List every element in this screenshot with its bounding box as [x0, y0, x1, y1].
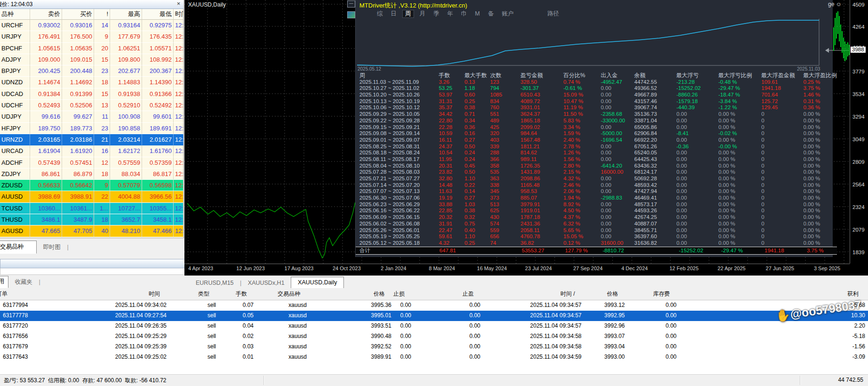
cell-bid: 2.03165: [30, 134, 62, 145]
navigator-panel: × 用 收藏夹 |: [0, 257, 215, 288]
symbol-row-ADJPY[interactable]: ADJPY109.000109.01515109.800108.99212:04…: [0, 54, 183, 65]
close-icon[interactable]: ×: [175, 0, 182, 8]
tab-favorites[interactable]: 收藏夹: [10, 277, 37, 287]
symbol-row-URCHF[interactable]: URCHF0.930020.93016140.931640.9297512:04…: [0, 20, 183, 31]
column-header-low[interactable]: 最低: [142, 9, 174, 20]
order-cell-lots: 0.07: [219, 300, 256, 311]
order-cell-sl: 0.00: [394, 352, 414, 362]
time-tick: 27 Sep 2024: [573, 265, 602, 271]
chart-tab-xauusdx[interactable]: XAUUSDx,H1: [243, 277, 289, 289]
orders-header-type[interactable]: 类型: [163, 288, 212, 300]
market-watch-body: URCHF0.930020.93016140.931640.9297512:04…: [0, 20, 183, 237]
order-row-63177656[interactable]: 631776562025.11.04 09:25:29sell0.02xauus…: [0, 331, 868, 342]
cell-ask: 0.93016: [62, 20, 94, 31]
symbol-row-ZDJPY[interactable]: ZDJPY86.86186.8791888.03486.81712:04...: [0, 169, 183, 180]
order-cell-symbol: xauusd: [256, 311, 310, 321]
order-row-63177720[interactable]: 631777202025.11.04 09:26:35sell0.04xauus…: [0, 321, 868, 331]
time-tick: 12 Jun 2023: [236, 265, 265, 271]
cell-bid: 86.861: [30, 169, 62, 180]
orders-header-open-price[interactable]: 价格: [303, 288, 388, 300]
order-row-63177643[interactable]: 631776432025.11.04 09:25:02sell0.01xauus…: [0, 352, 868, 362]
cell-symbol: TCUSD: [0, 203, 30, 214]
cell-low: 0.56598: [142, 180, 174, 191]
cell-time: 12:04...: [174, 100, 183, 111]
chart-tab-xauusd-daily[interactable]: XAUUSD,Daily: [291, 277, 344, 289]
price-axis[interactable]: 4509426440243779353432943049280925642324…: [850, 0, 868, 264]
symbol-row-UDCHF[interactable]: UDCHF0.524930.52506130.529100.5249212:04…: [0, 100, 183, 111]
orders-header-tp[interactable]: 止盈: [407, 288, 477, 300]
order-row-63177994[interactable]: 631779942025.11.04 09:34:02sell0.07xauus…: [0, 300, 868, 311]
symbol-row-HFJPY[interactable]: HFJPY189.750189.77323190.858189.69112:04…: [0, 123, 183, 134]
order-cell-lots: 0.05: [219, 311, 256, 321]
symbol-row-ADCHF[interactable]: ADCHF0.574390.57451120.575590.5735912:04…: [0, 157, 183, 169]
column-header-time[interactable]: 时间: [174, 9, 183, 20]
order-cell-order: 63177994: [0, 300, 112, 311]
symbol-row-URCAD[interactable]: URCAD1.619041.61920161.621721.6176012:04…: [0, 145, 183, 157]
symbol-row-UDJPY[interactable]: UDJPY99.61699.62711100.90899.60112:04...: [0, 111, 183, 122]
cell-high: 109.800: [110, 54, 142, 65]
cell-spread: 14: [94, 20, 110, 31]
cell-time: 12:04...: [174, 134, 183, 145]
cell-spread: 18: [94, 169, 110, 180]
price-tick-3779: 3779: [852, 69, 865, 74]
order-cell-open-time: 2025.11.04 09:27:54: [112, 311, 169, 321]
orders-header-sl[interactable]: 止损: [388, 288, 407, 300]
column-header-ask[interactable]: 买价: [62, 9, 94, 20]
time-tick: 4 Dec 2024: [621, 265, 648, 271]
order-cell-type: sell: [169, 311, 219, 321]
cell-spread: 1...: [94, 203, 110, 214]
cell-ask: 1.05635: [62, 43, 94, 54]
order-cell-sl: 0.00: [394, 311, 414, 321]
status-bar: 盈/亏: 53 553.27 信用额: 0.00 存款: 47 600.00 取…: [0, 374, 868, 386]
column-header-symbol[interactable]: 品种: [0, 9, 30, 20]
cell-high: 1.14883: [110, 77, 142, 88]
order-row-63177679[interactable]: 631776792025.11.04 09:25:39sell0.03xauus…: [0, 342, 868, 352]
cell-high: 4004.88: [110, 191, 142, 202]
cell-bid: 47.665: [30, 225, 62, 237]
cell-low: 0.92975: [142, 20, 174, 31]
cell-high: 1.62172: [110, 145, 142, 157]
order-cell-close-price: 3993.07: [584, 331, 628, 342]
symbol-row-TCUSD[interactable]: TCUSD10360...10361...1...10727...10355..…: [0, 203, 183, 214]
symbol-row-AGUSD[interactable]: AGUSD47.66547.7054048.21047.46612:04...: [0, 225, 183, 237]
orders-header-close-price[interactable]: 价格: [578, 288, 621, 300]
symbol-row-THUSD[interactable]: THUSD3486.13487.9183652.73458.112:04...: [0, 214, 183, 225]
order-cell-swap: 0.00: [628, 321, 679, 331]
tab-common[interactable]: 用: [0, 276, 8, 288]
status-divider: [263, 376, 264, 385]
column-header-high[interactable]: 最高: [110, 9, 142, 20]
orders-header-symbol[interactable]: 交易品种: [250, 288, 303, 300]
tab-symbols[interactable]: 交易品种: [0, 241, 37, 254]
cell-time: 12:04...: [174, 31, 183, 42]
order-cell-symbol: xauusd: [256, 321, 310, 331]
symbol-row-BPJPY[interactable]: BPJPY200.425200.44823202.677200.36712:04…: [0, 65, 183, 77]
cell-symbol: THUSD: [0, 214, 30, 225]
orders-header-profit[interactable]: 获利: [673, 288, 861, 300]
cell-low: 189.691: [142, 123, 174, 134]
orders-header-open-time[interactable]: 时间: [105, 288, 163, 300]
orders-header-close-time[interactable]: 时间 /: [477, 288, 578, 300]
order-cell-swap: 0.00: [628, 352, 679, 362]
order-row-63177778[interactable]: 631777782025.11.04 09:27:54sell0.05xauus…: [0, 311, 868, 321]
order-cell-close-price: 3993.04: [584, 342, 628, 352]
symbol-row-BPCHF[interactable]: BPCHF1.056151.05635201.062511.0557112:04…: [0, 43, 183, 54]
chart-window[interactable]: XAUUSD,Daily — MTDriver统计 ,V3.12 (http:/…: [184, 0, 868, 275]
symbol-row-ZDUSD[interactable]: ZDUSD0.566330.5664290.570790.5659812:04.…: [0, 180, 183, 191]
symbol-row-AUUSD[interactable]: AUUSD3988.693988.91224004.883966.5612:04…: [0, 191, 183, 202]
column-header-bid[interactable]: 卖价: [30, 9, 62, 20]
chart-tab-eurusd[interactable]: EURUSD,M15: [191, 277, 239, 289]
floating-total: 44 742.55: [838, 377, 863, 383]
order-cell-close-price: 3992.95: [584, 311, 628, 321]
column-header-spread[interactable]: !: [94, 9, 110, 20]
symbol-row-UDNZD[interactable]: UDNZD1.146741.14692181.148831.1439012:04…: [0, 77, 183, 88]
orders-header-swap[interactable]: 库存费: [621, 288, 673, 300]
cell-bid: 3988.69: [30, 191, 62, 202]
orders-header-order[interactable]: 订单: [0, 288, 105, 300]
orders-header-lots[interactable]: 手数: [212, 288, 250, 300]
time-axis-line: [184, 264, 850, 264]
symbol-row-UDCAD[interactable]: UDCAD0.913840.91399150.919380.9136612:04…: [0, 88, 183, 100]
symbol-row-URJPY[interactable]: URJPY176.491176.5009177.679176.43512:04.…: [0, 31, 183, 42]
tab-tick-chart[interactable]: 即时图: [38, 241, 65, 253]
tab-divider: |: [240, 277, 241, 289]
symbol-row-URNZD[interactable]: URNZD2.031652.03186212.032142.0162712:04…: [0, 134, 183, 145]
